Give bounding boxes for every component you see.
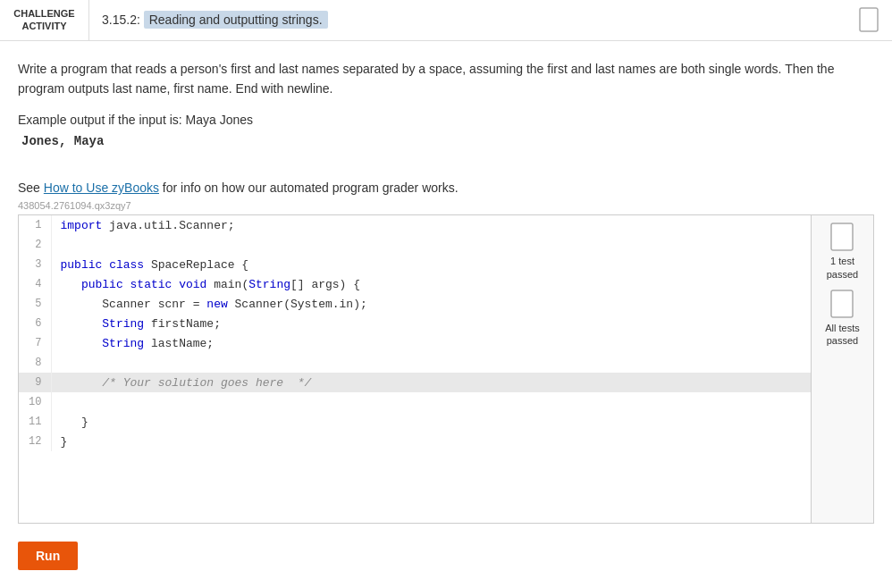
table-row: 5 Scanner scnr = new Scanner(System.in); <box>19 294 811 314</box>
code-editor[interactable]: 1import java.util.Scanner;2 3public clas… <box>18 214 874 524</box>
code-table: 1import java.util.Scanner;2 3public clas… <box>19 215 811 451</box>
table-row: 4 public static void main(String[] args)… <box>19 274 811 294</box>
test1-label: 1 testpassed <box>827 255 858 281</box>
table-row: 2 <box>19 235 811 255</box>
file-id: 438054.2761094.qx3zqy7 <box>18 200 874 211</box>
table-row: 1import java.util.Scanner; <box>19 215 811 235</box>
test2-label: All testspassed <box>825 322 860 348</box>
bookmark-icon[interactable] <box>856 5 881 34</box>
example-output-label: Example output if the input is: Maya Jon… <box>18 113 874 127</box>
table-row: 3public class SpaceReplace { <box>19 255 811 274</box>
table-row: 7 String lastName; <box>19 333 811 353</box>
code-area[interactable]: 1import java.util.Scanner;2 3public clas… <box>19 215 811 523</box>
main-content: Write a program that reads a person's fi… <box>0 41 892 533</box>
header: CHALLENGE ACTIVITY 3.15.2: Reading and o… <box>0 0 892 41</box>
example-code-output: Jones, Maya <box>21 134 874 148</box>
table-row: 6 String firstName; <box>19 314 811 333</box>
svg-rect-2 <box>831 290 853 317</box>
table-row: 11 } <box>19 412 811 432</box>
description-text: Write a program that reads a person's fi… <box>18 59 874 99</box>
run-button[interactable]: Run <box>18 542 78 570</box>
table-row: 10 <box>19 392 811 412</box>
test1-badge: 1 testpassed <box>827 223 858 281</box>
run-button-area: Run <box>0 533 892 579</box>
challenge-activity-label: CHALLENGE ACTIVITY <box>0 0 89 40</box>
challenge-title: 3.15.2: Reading and outputting strings. <box>89 5 856 34</box>
svg-rect-0 <box>860 8 878 31</box>
table-row: 12} <box>19 432 811 451</box>
table-row: 8 <box>19 353 811 373</box>
zybooks-link[interactable]: How to Use zyBooks <box>44 181 159 195</box>
table-row: 9 /* Your solution goes here */ <box>19 373 811 392</box>
zybooks-link-row: See How to Use zyBooks for info on how o… <box>18 181 874 195</box>
test2-badge: All testspassed <box>825 290 860 348</box>
svg-rect-1 <box>831 223 853 250</box>
side-panel: 1 testpassed All testspassed <box>811 215 873 523</box>
